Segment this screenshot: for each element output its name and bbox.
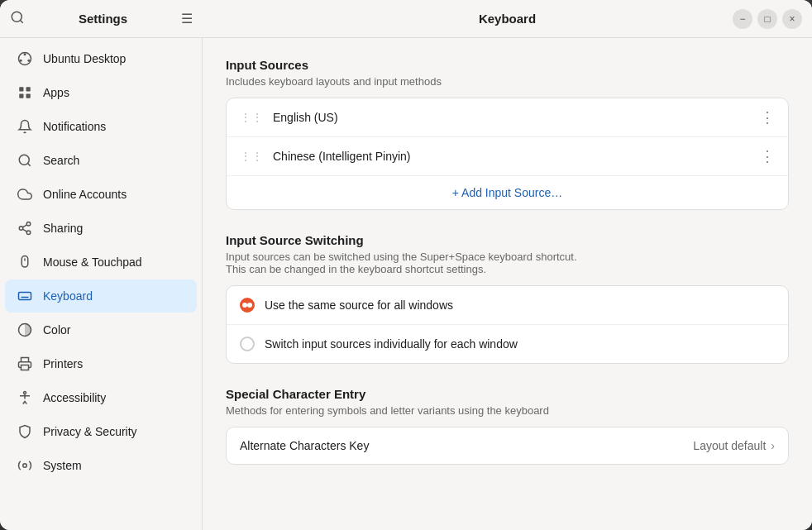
alt-chars-label: Alternate Characters Key [240,439,693,452]
svg-rect-26 [21,365,29,370]
alt-chars-button[interactable]: Alternate Characters Key Layout default … [226,427,789,465]
sidebar-item-sharing[interactable]: Sharing [5,212,197,245]
mouse-icon [17,254,33,270]
input-sources-title: Input Sources [226,58,789,72]
search-icon [17,152,33,169]
sidebar-item-search[interactable]: Search [5,144,197,177]
individual-source-radio[interactable] [240,337,255,351]
sidebar-item-label-system: System [43,459,82,472]
search-icon[interactable] [10,10,25,28]
svg-line-15 [22,229,26,232]
apps-icon [17,84,33,101]
chinese-pinyin-more-button[interactable]: ⋮ [760,149,775,164]
svg-line-1 [20,20,22,22]
share-icon [17,220,33,236]
add-input-source-button[interactable]: + Add Input Source… [227,176,788,209]
window-title: Keyboard [479,12,536,26]
svg-rect-8 [19,94,23,98]
shield-icon [17,423,33,440]
maximize-button[interactable]: □ [757,9,777,29]
printer-icon [17,356,33,372]
titlebar-main: Keyboard − □ × [203,0,812,37]
sidebar-item-online-accounts[interactable]: Online Accounts [5,178,197,211]
special-char-section: Special Character Entry Methods for ente… [226,387,789,465]
sidebar-item-mouse-touchpad[interactable]: Mouse & Touchpad [5,246,197,279]
chinese-pinyin-label: Chinese (Intelligent Pinyin) [273,150,750,163]
sidebar-item-label-ubuntu-desktop: Ubuntu Desktop [43,52,126,65]
drag-handle-english: ⋮⋮ [240,111,263,124]
svg-point-0 [12,12,21,21]
same-source-label: Use the same source for all windows [265,298,453,312]
english-us-more-button[interactable]: ⋮ [760,110,775,125]
english-us-label: English (US) [273,111,750,124]
individual-source-label: Switch input sources individually for ea… [265,337,518,351]
same-source-option[interactable]: Use the same source for all windows [227,286,788,325]
svg-point-5 [27,60,30,62]
input-sources-section: Input Sources Includes keyboard layouts … [226,58,789,210]
switching-desc-line2: This can be changed in the keyboard shor… [226,263,486,275]
svg-rect-7 [26,87,31,91]
system-icon [17,457,33,474]
sidebar-item-notifications[interactable]: Notifications [5,110,197,143]
drag-handle-chinese: ⋮⋮ [240,150,263,163]
settings-window: Settings ☰ Keyboard − □ × Ubuntu Desktop… [0,0,812,530]
sidebar-item-label-color: Color [43,323,70,337]
svg-line-11 [27,163,30,165]
sidebar-item-label-printers: Printers [43,357,83,370]
special-char-title: Special Character Entry [226,387,789,401]
input-sources-card: ⋮⋮ English (US) ⋮ ⋮⋮ Chinese (Intelligen… [226,98,789,210]
sidebar-item-ubuntu-desktop[interactable]: Ubuntu Desktop [5,42,197,75]
close-button[interactable]: × [782,9,802,29]
main-content: Input Sources Includes keyboard layouts … [203,38,812,530]
english-us-row[interactable]: ⋮⋮ English (US) ⋮ [227,98,788,137]
svg-rect-17 [21,256,28,268]
sidebar-item-label-online-accounts: Online Accounts [43,188,127,201]
same-source-radio[interactable] [240,298,255,313]
sidebar-item-apps[interactable]: Apps [5,76,197,109]
input-switching-title: Input Source Switching [226,233,789,247]
individual-source-option[interactable]: Switch input sources individually for ea… [227,325,788,363]
svg-point-28 [23,464,27,468]
sidebar-item-label-apps: Apps [43,86,69,99]
svg-point-10 [19,155,29,165]
sidebar-item-label-sharing: Sharing [43,222,83,235]
input-switching-desc: Input sources can be switched using the … [226,251,789,275]
color-icon [17,322,33,338]
sidebar-item-color[interactable]: Color [5,313,197,346]
chinese-pinyin-row[interactable]: ⋮⋮ Chinese (Intelligent Pinyin) ⋮ [227,137,788,176]
svg-rect-19 [19,293,31,300]
input-switching-section: Input Source Switching Input sources can… [226,233,789,364]
sidebar-item-printers[interactable]: Printers [5,347,197,380]
minimize-button[interactable]: − [733,9,752,29]
sidebar-item-label-notifications: Notifications [43,120,106,133]
svg-point-4 [20,60,22,62]
svg-point-27 [24,392,26,394]
bell-icon [17,118,33,135]
svg-point-3 [24,53,26,55]
hamburger-icon[interactable]: ☰ [181,11,193,26]
chevron-right-icon: › [771,439,775,452]
special-char-desc: Methods for entering symbols and letter … [226,404,789,417]
content-area: Ubuntu DesktopAppsNotificationsSearchOnl… [0,38,812,530]
titlebar-sidebar: Settings ☰ [0,0,203,37]
svg-point-12 [26,222,31,227]
input-sources-desc: Includes keyboard layouts and input meth… [226,75,789,88]
switching-desc-line1: Input sources can be switched using the … [226,251,577,263]
sidebar-item-label-mouse-touchpad: Mouse & Touchpad [43,255,142,269]
accessibility-icon [17,389,33,406]
sidebar-item-label-accessibility: Accessibility [43,391,106,404]
svg-point-13 [19,227,23,231]
sidebar-item-privacy-security[interactable]: Privacy & Security [5,415,197,448]
titlebar: Settings ☰ Keyboard − □ × [0,0,812,38]
sidebar-title: Settings [31,12,174,26]
sidebar-item-label-keyboard: Keyboard [43,289,93,303]
sidebar-item-label-search: Search [43,154,79,167]
sidebar-item-system[interactable]: System [5,449,197,482]
sidebar-item-accessibility[interactable]: Accessibility [5,381,197,414]
svg-point-14 [26,231,31,235]
keyboard-icon [17,288,33,304]
input-switching-card: Use the same source for all windows Swit… [226,285,789,364]
add-source-label: + Add Input Source… [452,186,562,199]
alt-chars-value: Layout default [693,439,766,452]
sidebar-item-keyboard[interactable]: Keyboard [5,279,197,313]
